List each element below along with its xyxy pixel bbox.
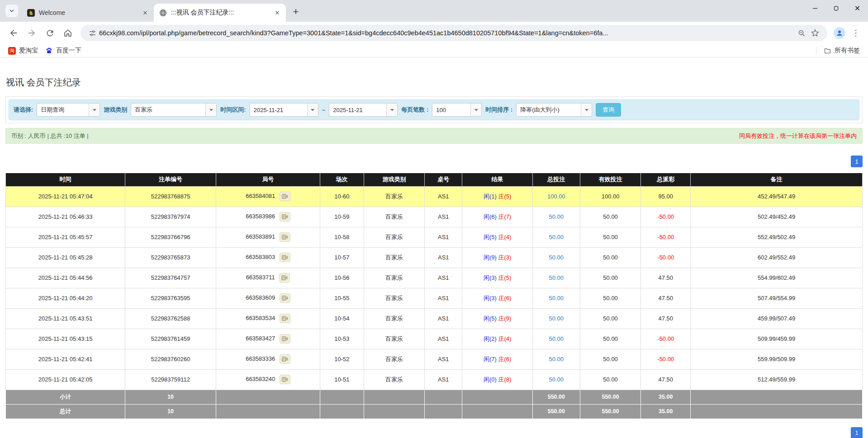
cell-payout: 47.50: [641, 308, 691, 329]
back-button[interactable]: [6, 25, 21, 41]
total-bet-link[interactable]: 50.00: [549, 254, 564, 261]
cell-round-id: 663583534: [216, 308, 320, 329]
page-title: 视讯 会员下注纪录: [0, 57, 868, 89]
total-bet-link[interactable]: 50.00: [549, 356, 564, 363]
col-total-bet: 总投注: [532, 173, 580, 186]
cell-bet-id: 522983760260: [125, 349, 216, 369]
video-replay-button[interactable]: [280, 314, 290, 323]
close-window-button[interactable]: ✕: [847, 0, 868, 16]
home-button[interactable]: [60, 25, 76, 41]
col-payout: 总派彩: [641, 173, 691, 186]
browser-toolbar: 66cxkj98.com/ipl/portal.php/game/betreco…: [0, 22, 868, 44]
cell-time: 2025-11-21 05:44:56: [6, 268, 125, 288]
subtotal-count: 10: [125, 390, 216, 404]
cell-bet-id: 522983759112: [125, 369, 216, 390]
query-button[interactable]: 查询: [596, 103, 621, 117]
close-tab-icon[interactable]: ✕: [273, 9, 281, 17]
reload-button[interactable]: [42, 25, 57, 41]
total-bet-link[interactable]: 50.00: [549, 234, 564, 240]
tab-search-button[interactable]: [5, 5, 18, 17]
site-settings-icon[interactable]: [89, 29, 96, 37]
chevron-down-icon[interactable]: [386, 104, 397, 116]
total-valid-bet: 550.00: [580, 404, 640, 419]
total-bet-link[interactable]: 50.00: [549, 376, 564, 383]
minimize-button[interactable]: [804, 0, 825, 16]
new-tab-button[interactable]: +: [289, 5, 302, 18]
cell-bet-id: 522983767974: [125, 207, 216, 227]
date-to-select[interactable]: 2025-11-21: [329, 103, 398, 117]
cell-payout: 47.50: [641, 369, 691, 390]
chevron-down-icon[interactable]: [205, 104, 216, 116]
cell-remark: 507.49/554.99: [691, 288, 863, 308]
tab-welcome[interactable]: ♞ Welcome ✕: [22, 4, 154, 22]
cell-total-bet: 50.00: [532, 349, 580, 369]
select-mode-label: 请选择:: [14, 106, 33, 114]
date-from-select[interactable]: 2025-11-21: [250, 103, 318, 117]
cell-remark: 509.99/459.99: [691, 329, 863, 349]
total-bet-link[interactable]: 50.00: [549, 213, 564, 220]
round-id-text: 663583534: [246, 315, 275, 321]
chevron-down-icon[interactable]: [307, 104, 318, 116]
video-replay-button[interactable]: [280, 212, 290, 221]
cell-game-type: 百家乐: [364, 308, 424, 329]
cell-time: 2025-11-21 05:44:20: [6, 288, 125, 308]
video-replay-button[interactable]: [280, 232, 290, 242]
per-page-select[interactable]: 100: [432, 103, 482, 117]
cell-payout: 47.50: [641, 288, 691, 308]
total-bet-link[interactable]: 50.00: [549, 295, 564, 301]
cell-time: 2025-11-21 05:42:41: [6, 349, 125, 369]
zoom-icon[interactable]: [798, 29, 806, 37]
video-replay-button[interactable]: [280, 293, 290, 303]
film-camera-icon: [282, 194, 288, 199]
profile-avatar[interactable]: [834, 27, 845, 39]
cell-valid-bet: 50.00: [580, 247, 640, 268]
url-text[interactable]: 66cxkj98.com/ipl/portal.php/game/betreco…: [99, 29, 795, 37]
chevron-down-icon[interactable]: [470, 104, 481, 116]
sort-select[interactable]: 降幂(由大到小): [516, 103, 592, 117]
cell-payout: -50.00: [641, 247, 691, 268]
cell-result: 闲(0) 庄(8): [462, 369, 532, 390]
result-banker: 庄(6): [498, 295, 511, 301]
forward-button[interactable]: [24, 25, 39, 41]
bookmark-baidu[interactable]: 百度一下: [42, 45, 85, 56]
query-mode-select[interactable]: 日期查询: [37, 103, 100, 117]
chevron-down-icon[interactable]: [581, 104, 592, 116]
cell-valid-bet: 50.00: [580, 369, 640, 390]
cell-game-type: 百家乐: [364, 207, 424, 227]
col-table: 桌号: [425, 173, 462, 186]
tab-bet-records[interactable]: :::视讯 会员下注纪录::: ✕: [154, 4, 286, 22]
video-replay-button[interactable]: [280, 354, 290, 364]
sort-label: 时间排序 :: [485, 106, 512, 114]
cell-time: 2025-11-21 05:43:15: [6, 329, 125, 349]
video-replay-button[interactable]: [280, 253, 290, 262]
cell-round-id: 663583609: [216, 288, 320, 308]
address-bar[interactable]: 66cxkj98.com/ipl/portal.php/game/betreco…: [81, 25, 827, 41]
game-type-select[interactable]: 百家乐: [131, 103, 217, 117]
total-bet-link[interactable]: 50.00: [549, 274, 564, 281]
total-bet-link[interactable]: 50.00: [549, 335, 564, 342]
cell-result: 闲(5) 庄(9): [462, 308, 532, 329]
video-replay-button[interactable]: [280, 192, 290, 201]
chevron-down-icon[interactable]: [89, 104, 100, 116]
cell-result: 闲(9) 庄(3): [462, 247, 532, 268]
cell-total-bet: 50.00: [532, 207, 580, 227]
maximize-button[interactable]: [825, 0, 847, 16]
bookmark-star-icon[interactable]: [811, 29, 819, 37]
all-bookmarks-button[interactable]: 所有书签: [820, 45, 863, 56]
cell-time: 2025-11-21 05:47:04: [6, 186, 125, 207]
page-number-button[interactable]: 1: [851, 155, 863, 167]
browser-menu-icon[interactable]: ⋮: [848, 28, 863, 38]
page-number-button[interactable]: 1: [851, 427, 863, 438]
result-banker: 庄(5): [498, 193, 511, 200]
total-bet-link[interactable]: 50.00: [549, 315, 564, 322]
subtotal-payout: 35.00: [641, 390, 691, 404]
bookmark-taobao[interactable]: 淘 爱淘宝: [5, 45, 42, 56]
video-replay-button[interactable]: [279, 273, 290, 283]
close-tab-icon[interactable]: ✕: [141, 9, 149, 17]
cell-table-no: AS1: [425, 247, 462, 268]
video-replay-button[interactable]: [280, 334, 290, 344]
total-bet-link[interactable]: 100.00: [547, 193, 565, 200]
video-replay-button[interactable]: [280, 375, 290, 384]
cell-valid-bet: 50.00: [580, 268, 640, 288]
folder-icon: [824, 47, 831, 55]
